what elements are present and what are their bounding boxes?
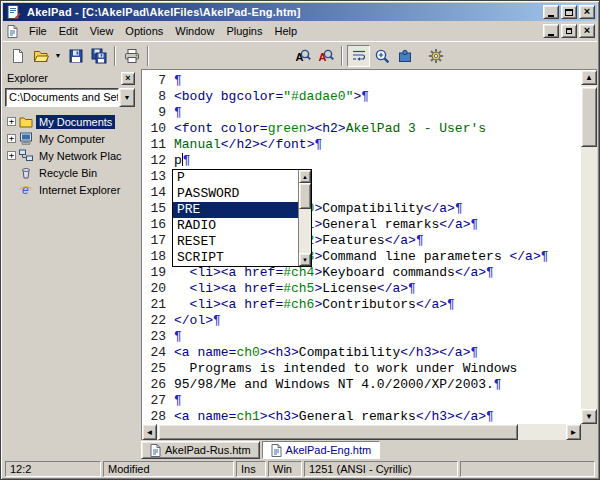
find-button[interactable]: A — [291, 45, 314, 67]
tab-label: AkelPad-Eng.htm — [286, 444, 372, 456]
tab-akelpad-eng-htm[interactable]: AkelPad-Eng.htm — [262, 441, 381, 459]
code-text: Programs is intended to work under Windo… — [174, 361, 517, 377]
code-segment: </a> — [377, 281, 408, 296]
menu-item-file[interactable]: File — [23, 22, 53, 40]
save-all-button[interactable] — [87, 45, 110, 67]
mdi-close-button[interactable]: × — [579, 24, 595, 38]
tree-item-label: My Computer — [36, 132, 108, 146]
scroll-up-icon[interactable]: ▲ — [299, 170, 311, 183]
line-number: 21 — [142, 297, 166, 313]
mdi-minimize-button[interactable] — [543, 24, 559, 38]
settings-button[interactable] — [424, 45, 447, 67]
close-button[interactable]: × — [579, 5, 595, 19]
word-wrap-button[interactable] — [347, 45, 370, 67]
expand-plus-icon[interactable]: + — [7, 117, 16, 126]
code-segment: </a> — [424, 201, 455, 216]
tree-item-recycle-bin[interactable]: Recycle Bin — [7, 164, 137, 181]
combo-dropdown-button[interactable]: ▼ — [119, 88, 135, 107]
editor-text-area[interactable]: 7¶8<body bgcolor="#dadae0">¶9¶10<font co… — [142, 70, 581, 424]
line-number: 18 — [142, 249, 166, 265]
horizontal-scroll-thumb[interactable] — [158, 424, 518, 440]
expand-plus-icon[interactable]: + — [7, 151, 16, 160]
code-segment: Compatibility — [299, 345, 400, 360]
replace-button[interactable]: A — [314, 45, 337, 67]
tree-item-my-network-plac[interactable]: +My Network Plac — [7, 147, 137, 164]
line-number: 23 — [142, 329, 166, 345]
tab-bar: AkelPad-Rus.htmAkelPad-Eng.htm — [3, 440, 597, 459]
tree-item-my-computer[interactable]: +My Computer — [7, 130, 137, 147]
codepage-status: 1251 (ANSI - Cyrillic) — [304, 461, 458, 477]
scroll-right-button[interactable]: ► — [566, 424, 581, 440]
menu-item-window[interactable]: Window — [169, 22, 220, 40]
save-button[interactable] — [64, 45, 87, 67]
code-text: ¶ — [174, 393, 182, 409]
scroll-down-icon[interactable]: ▼ — [299, 253, 311, 266]
menu-item-view[interactable]: View — [84, 22, 120, 40]
internet-icon: e — [19, 183, 35, 196]
code-segment: </a> — [416, 297, 447, 312]
vertical-scroll-thumb[interactable] — [581, 87, 597, 147]
maximize-button[interactable] — [561, 5, 577, 19]
editor: 7¶8<body bgcolor="#dadae0">¶9¶10<font co… — [141, 69, 597, 440]
horizontal-scroll-track[interactable] — [157, 424, 566, 440]
code-segment: ><h3> — [260, 345, 299, 360]
editor-line: 10<font color=green><h2>AkelPad 3 - User… — [142, 121, 581, 137]
document-system-icon[interactable] — [7, 25, 21, 38]
tree-item-label: My Documents — [36, 115, 115, 129]
autocomplete-item[interactable]: SCRIPT — [173, 250, 298, 266]
open-dropdown-button[interactable]: ▼ — [52, 45, 64, 67]
line-number: 20 — [142, 281, 166, 297]
vertical-scroll-track[interactable] — [581, 85, 597, 409]
line-number: 17 — [142, 233, 166, 249]
minimize-button[interactable] — [543, 5, 559, 19]
plugins-button[interactable] — [393, 45, 416, 67]
zoom-button[interactable] — [370, 45, 393, 67]
code-segment: </a> — [439, 217, 470, 232]
autocomplete-scroll-thumb[interactable] — [299, 183, 311, 209]
tab-akelpad-rus-htm[interactable]: AkelPad-Rus.htm — [141, 441, 260, 459]
code-segment: AkelPad 3 - User's — [346, 121, 486, 136]
autocomplete-popup: PPASSWORDPRERADIORESETSCRIPT ▲ ▼ — [172, 169, 312, 267]
autocomplete-scrollbar[interactable]: ▲ ▼ — [298, 170, 311, 266]
code-text: <a name=ch0><h3>Compatibility</h3></a>¶ — [174, 345, 478, 361]
path-combobox[interactable]: C:\Documents and Setti ▼ — [5, 88, 135, 107]
explorer-close-button[interactable]: × — [121, 72, 135, 85]
menu-item-help[interactable]: Help — [268, 22, 303, 40]
code-segment: ¶ — [494, 377, 502, 392]
code-text: ¶ — [174, 105, 182, 121]
vertical-scrollbar[interactable]: ▲ ▼ — [581, 70, 597, 424]
line-number: 24 — [142, 345, 166, 361]
code-segment: ><h2> — [307, 121, 346, 136]
code-segment: ¶ — [470, 345, 478, 360]
tree-item-my-documents[interactable]: +My Documents — [7, 113, 137, 130]
autocomplete-item[interactable]: RESET — [173, 234, 298, 250]
horizontal-scrollbar[interactable]: ◄ ► — [142, 424, 581, 440]
autocomplete-item[interactable]: PASSWORD — [173, 186, 298, 202]
menu-item-options[interactable]: Options — [119, 22, 169, 40]
print-button[interactable] — [120, 45, 143, 67]
autocomplete-item[interactable]: PRE — [173, 202, 298, 218]
menu-item-edit[interactable]: Edit — [53, 22, 84, 40]
scroll-up-button[interactable]: ▲ — [581, 70, 597, 85]
code-segment: "#dadae0" — [283, 89, 353, 104]
scroll-down-button[interactable]: ▼ — [581, 409, 597, 424]
code-segment: ch1 — [236, 409, 259, 424]
autocomplete-item[interactable]: P — [173, 170, 298, 186]
scroll-left-button[interactable]: ◄ — [142, 424, 157, 440]
gear-icon — [428, 48, 444, 64]
code-segment: <a name= — [174, 345, 236, 360]
autocomplete-item[interactable]: RADIO — [173, 218, 298, 234]
menu-item-plugins[interactable]: Plugins — [220, 22, 268, 40]
editor-line: 19 <li><a href=#ch4>Keyboard commands</a… — [142, 265, 581, 281]
expand-plus-icon[interactable]: + — [7, 134, 16, 143]
path-value[interactable]: C:\Documents and Setti — [5, 88, 119, 107]
new-button[interactable] — [6, 45, 29, 67]
toolbar-separator — [114, 46, 116, 66]
tree-item-internet-explorer[interactable]: eInternet Explorer — [7, 181, 137, 198]
title-bar[interactable]: AkelPad - [C:\AkelPad\AkelFiles\AkelPad-… — [3, 3, 597, 21]
mdi-restore-button[interactable] — [561, 24, 577, 38]
toolbar: ▼ A A — [3, 41, 597, 69]
open-button[interactable] — [29, 45, 52, 67]
autocomplete-scroll-track[interactable] — [299, 183, 311, 253]
code-segment: ><h3> — [260, 409, 299, 424]
